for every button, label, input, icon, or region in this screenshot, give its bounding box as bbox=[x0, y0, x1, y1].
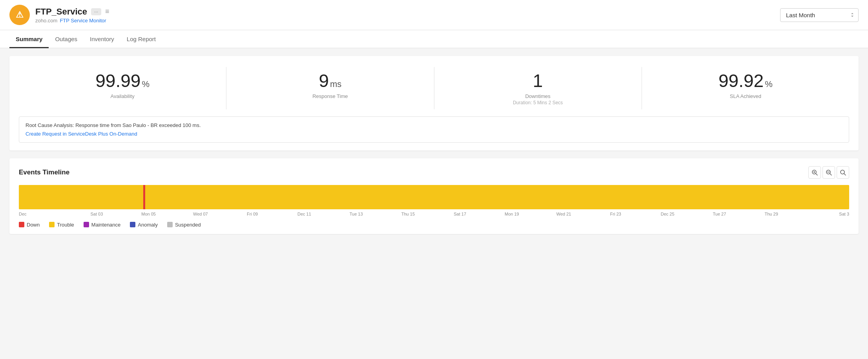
monitor-status-icon: ⚠ bbox=[9, 5, 30, 25]
axis-label: Thu 15 bbox=[382, 212, 434, 216]
axis-label: Wed 21 bbox=[538, 212, 590, 216]
tab-inventory[interactable]: Inventory bbox=[84, 30, 120, 48]
rca-text: Root Cause Analysis: Response time from … bbox=[26, 122, 842, 128]
monitor-title-group: FTP_Service ··· ≡ zoho.com FTP Service M… bbox=[35, 7, 109, 24]
axis-label: Dec 11 bbox=[278, 212, 330, 216]
timeline-axis: Dec Sat 03 Mon 05 Wed 07 Fri 09 Dec 11 T… bbox=[19, 212, 849, 216]
tab-outages[interactable]: Outages bbox=[49, 30, 84, 48]
axis-label: Wed 07 bbox=[175, 212, 226, 216]
response-time-label: Response Time bbox=[312, 93, 348, 99]
axis-label: Tue 13 bbox=[330, 212, 382, 216]
axis-label: Dec bbox=[19, 212, 71, 216]
axis-label: Sat 3 bbox=[797, 212, 849, 216]
response-time-stat: 9ms Response Time bbox=[226, 67, 434, 109]
rca-box: Root Cause Analysis: Response time from … bbox=[19, 116, 849, 143]
header: ⚠ FTP_Service ··· ≡ zoho.com FTP Service… bbox=[0, 0, 868, 30]
legend-item-suspended: Suspended bbox=[167, 222, 201, 228]
zoom-reset-button[interactable] bbox=[837, 166, 849, 179]
time-selector[interactable]: Last Month bbox=[780, 8, 859, 22]
nav-tabs: Summary Outages Inventory Log Report bbox=[0, 30, 868, 48]
axis-label: Thu 29 bbox=[746, 212, 797, 216]
axis-label: Fri 23 bbox=[590, 212, 642, 216]
legend-label-trouble: Trouble bbox=[57, 222, 74, 228]
domain-label: zoho.com bbox=[35, 18, 57, 24]
axis-label: Sat 03 bbox=[71, 212, 122, 216]
zoom-out-button[interactable] bbox=[822, 166, 835, 179]
sla-stat: 99.92% SLA Achieved bbox=[642, 67, 849, 109]
timeline-controls bbox=[808, 166, 849, 179]
response-time-value: 9ms bbox=[319, 71, 341, 91]
monitor-subtitle: zoho.com FTP Service Monitor bbox=[35, 18, 109, 24]
axis-label: Fri 09 bbox=[226, 212, 278, 216]
menu-icon[interactable]: ≡ bbox=[105, 7, 109, 16]
timeline-card: Events Timeline bbox=[9, 158, 859, 234]
legend-item-down: Down bbox=[19, 222, 40, 228]
sla-value: 99.92% bbox=[718, 71, 773, 91]
legend-dot-trouble bbox=[49, 222, 55, 227]
rca-link[interactable]: Create Request in ServiceDesk Plus On-De… bbox=[26, 131, 137, 137]
legend: Down Trouble Maintenance Anomaly Suspend… bbox=[19, 222, 849, 228]
axis-label: Sat 17 bbox=[434, 212, 486, 216]
stats-row: 99.99% Availability 9ms Response Time 1 … bbox=[19, 67, 849, 109]
downtimes-sublabel: Duration: 5 Mins 2 Secs bbox=[513, 100, 563, 105]
monitor-type-link[interactable]: FTP Service Monitor bbox=[60, 18, 106, 24]
zoom-in-button[interactable] bbox=[808, 166, 821, 179]
legend-item-anomaly: Anomaly bbox=[130, 222, 158, 228]
stats-card: 99.99% Availability 9ms Response Time 1 … bbox=[9, 56, 859, 150]
legend-label-maintenance: Maintenance bbox=[91, 222, 120, 228]
availability-label: Availability bbox=[111, 93, 135, 99]
sla-label: SLA Achieved bbox=[730, 93, 761, 99]
legend-dot-anomaly bbox=[130, 222, 135, 227]
legend-label-down: Down bbox=[27, 222, 40, 228]
svg-line-1 bbox=[816, 174, 817, 175]
main-content: 99.99% Availability 9ms Response Time 1 … bbox=[0, 48, 868, 242]
legend-label-anomaly: Anomaly bbox=[138, 222, 158, 228]
tab-log-report[interactable]: Log Report bbox=[120, 30, 162, 48]
downtimes-label: Downtimes bbox=[525, 93, 550, 99]
monitor-name: FTP_Service bbox=[35, 7, 87, 17]
legend-item-maintenance: Maintenance bbox=[84, 222, 120, 228]
legend-dot-down bbox=[19, 222, 24, 227]
svg-line-5 bbox=[830, 174, 832, 175]
axis-label: Mon 05 bbox=[123, 212, 175, 216]
legend-label-suspended: Suspended bbox=[175, 222, 201, 228]
availability-value: 99.99% bbox=[95, 71, 150, 91]
monitor-tag: ··· bbox=[91, 8, 101, 15]
timeline-header: Events Timeline bbox=[19, 166, 849, 179]
downtimes-value: 1 bbox=[533, 71, 543, 91]
axis-label: Tue 27 bbox=[693, 212, 745, 216]
tab-summary[interactable]: Summary bbox=[9, 30, 49, 48]
time-period-select[interactable]: Last Month bbox=[780, 8, 859, 22]
legend-dot-maintenance bbox=[84, 222, 89, 227]
svg-line-8 bbox=[844, 174, 846, 175]
monitor-name-row: FTP_Service ··· ≡ bbox=[35, 7, 109, 17]
axis-label: Dec 25 bbox=[642, 212, 693, 216]
downtimes-stat: 1 Downtimes Duration: 5 Mins 2 Secs bbox=[434, 67, 642, 109]
axis-label: Mon 19 bbox=[486, 212, 538, 216]
header-left: ⚠ FTP_Service ··· ≡ zoho.com FTP Service… bbox=[9, 5, 109, 25]
legend-item-trouble: Trouble bbox=[49, 222, 74, 228]
legend-dot-suspended bbox=[167, 222, 173, 227]
availability-stat: 99.99% Availability bbox=[19, 67, 226, 109]
timeline-incident bbox=[143, 185, 145, 209]
timeline-title: Events Timeline bbox=[19, 169, 69, 176]
timeline-bar bbox=[19, 185, 849, 209]
